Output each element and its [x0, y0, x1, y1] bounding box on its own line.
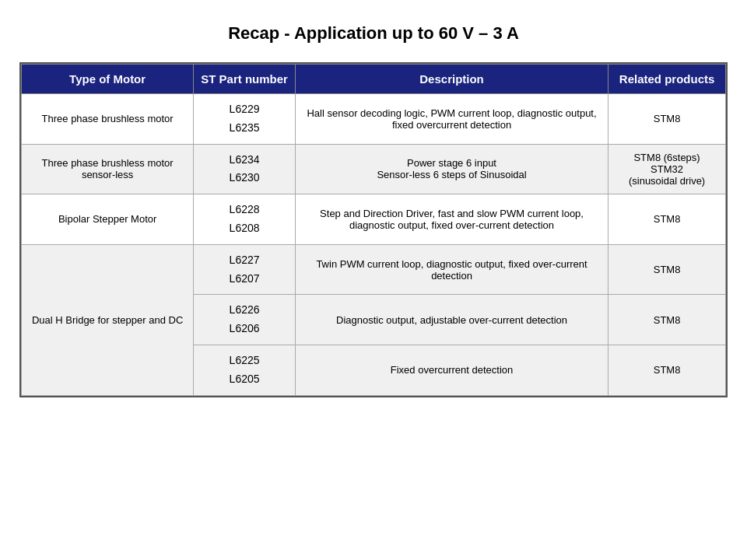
- table-header-row: Type of Motor ST Part number Description…: [22, 65, 726, 94]
- cell-related: STM8: [608, 94, 726, 145]
- cell-part: L6228L6208: [194, 194, 296, 245]
- header-part: ST Part number: [194, 65, 296, 94]
- cell-part: L6227L6207: [194, 244, 296, 295]
- cell-related: STM8: [608, 244, 726, 295]
- cell-description: Hall sensor decoding logic, PWM current …: [295, 94, 608, 145]
- cell-related: STM8: [608, 345, 726, 395]
- page-title: Recap - Application up to 60 V – 3 A: [228, 23, 519, 44]
- table-row: Three phase brushless motorL6229L6235Hal…: [22, 94, 726, 145]
- cell-description: Diagnostic output, adjustable over-curre…: [295, 295, 608, 345]
- cell-related: STM8: [608, 194, 726, 245]
- cell-description: Fixed overcurrent detection: [295, 345, 608, 395]
- main-table-wrapper: Type of Motor ST Part number Description…: [19, 62, 728, 397]
- header-description: Description: [295, 65, 608, 94]
- table-row: Bipolar Stepper MotorL6228L6208Step and …: [22, 194, 726, 245]
- cell-part: L6226L6206: [194, 295, 296, 345]
- cell-part: L6229L6235: [194, 94, 296, 145]
- cell-related: STM8 (6steps)STM32(sinusoidal drive): [608, 144, 726, 194]
- header-motor: Type of Motor: [22, 65, 194, 94]
- cell-motor: Three phase brushless motor: [22, 94, 194, 145]
- cell-description: Twin PWM current loop, diagnostic output…: [295, 244, 608, 295]
- recap-table: Type of Motor ST Part number Description…: [21, 64, 726, 396]
- table-row: Three phase brushless motor sensor-lessL…: [22, 144, 726, 194]
- cell-part: L6225L6205: [194, 345, 296, 395]
- cell-motor: Bipolar Stepper Motor: [22, 194, 194, 245]
- cell-part: L6234L6230: [194, 144, 296, 194]
- cell-motor: Three phase brushless motor sensor-less: [22, 144, 194, 194]
- cell-description: Power stage 6 inputSensor-less 6 steps o…: [295, 144, 608, 194]
- table-row: Dual H Bridge for stepper and DCL6227L62…: [22, 244, 726, 295]
- cell-description: Step and Direction Driver, fast and slow…: [295, 194, 608, 245]
- cell-motor: Dual H Bridge for stepper and DC: [22, 244, 194, 395]
- cell-related: STM8: [608, 295, 726, 345]
- header-related: Related products: [608, 65, 726, 94]
